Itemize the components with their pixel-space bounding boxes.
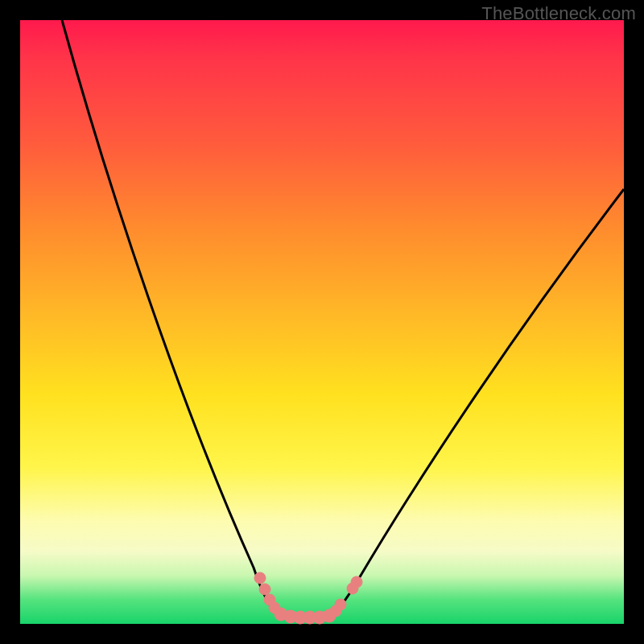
dot — [254, 572, 266, 584]
chart-frame: TheBottleneck.com — [0, 0, 644, 644]
bottleneck-curve — [20, 20, 624, 624]
dot — [335, 599, 346, 610]
curve-path — [62, 20, 624, 617]
dot — [351, 576, 362, 588]
plot-area — [20, 20, 624, 624]
dot — [259, 584, 270, 595]
watermark-text: TheBottleneck.com — [481, 3, 636, 24]
